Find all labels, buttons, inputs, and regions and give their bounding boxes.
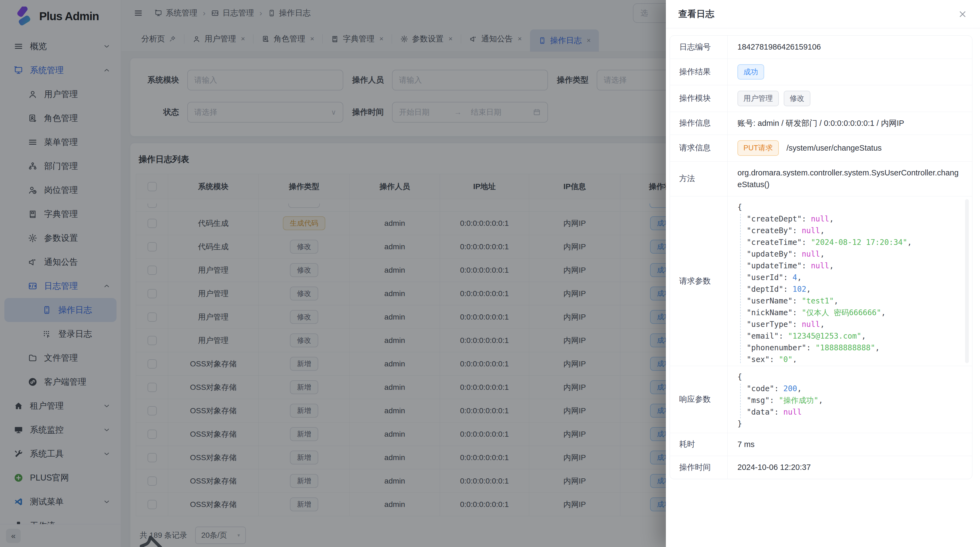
detail-row-request: 请求信息 PUT请求 /system/user/changeStatus [670, 135, 972, 161]
detail-row-response-params: 响应参数 { "code": 200, "msg": "操作成功", "data… [670, 366, 972, 433]
drawer-title: 查看日志 [678, 8, 714, 20]
response-params-json: { "code": 200, "msg": "操作成功", "data": nu… [728, 366, 972, 433]
detail-row-time: 操作时间 2024-10-06 12:20:37 [670, 456, 972, 479]
type-badge: 修改 [784, 91, 810, 106]
close-icon[interactable] [958, 9, 967, 19]
detail-row-result: 操作结果 成功 [670, 59, 972, 86]
success-badge: 成功 [737, 64, 764, 80]
detail-row-request-params: 请求参数 { "createDept": null, "createBy": n… [670, 196, 972, 366]
request-params-json: { "createDept": null, "createBy": null, … [728, 196, 972, 366]
indent-guide [740, 214, 741, 363]
detail-row-cost: 耗时 7 ms [670, 433, 972, 456]
detail-row-log-id: 日志编号 1842781986426159106 [670, 36, 972, 59]
detail-row-info: 操作信息 账号: admin / 研发部门 / 0:0:0:0:0:0:0:1 … [670, 112, 972, 135]
cost-value: 7 ms [728, 433, 972, 456]
detail-row-module: 操作模块 用户管理 修改 [670, 85, 972, 112]
request-url: /system/user/changeStatus [786, 142, 882, 154]
log-detail-drawer: 查看日志 日志编号 1842781986426159106 操作结果 成功 操作… [666, 0, 980, 547]
scrollbar[interactable] [965, 199, 969, 363]
module-badge: 用户管理 [737, 91, 779, 106]
http-method-badge: PUT请求 [737, 140, 779, 156]
indent-guide [740, 384, 741, 418]
drawer-header: 查看日志 [666, 0, 980, 28]
log-detail-table: 日志编号 1842781986426159106 操作结果 成功 操作模块 用户… [670, 35, 972, 479]
operation-info-value: 账号: admin / 研发部门 / 0:0:0:0:0:0:0:1 / 内网I… [728, 112, 972, 135]
operation-time-value: 2024-10-06 12:20:37 [728, 456, 972, 479]
log-id-value: 1842781986426159106 [728, 36, 972, 59]
app-root: Plus Admin 概览 系统管理 用户管理 角色管理 [0, 0, 980, 547]
method-value: org.dromara.system.controller.system.Sys… [728, 161, 972, 196]
detail-row-method: 方法 org.dromara.system.controller.system.… [670, 161, 972, 196]
